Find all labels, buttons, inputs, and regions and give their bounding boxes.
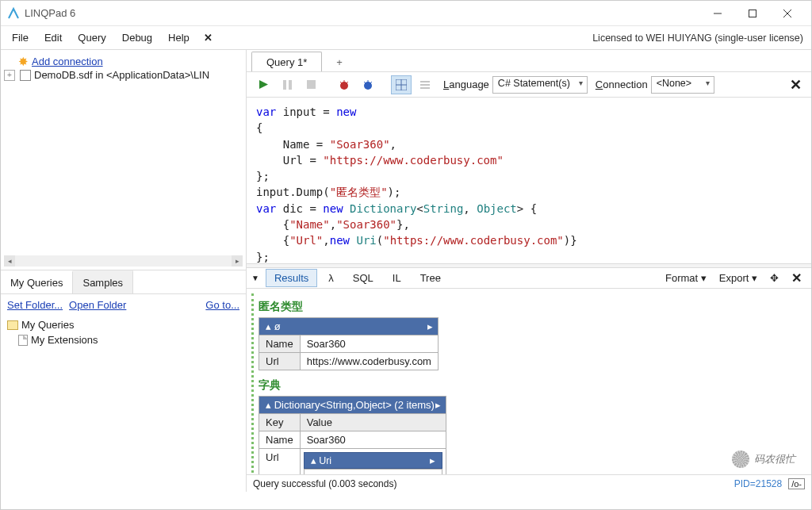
- dump1-table: ▴ ø▸ NameSoar360 Urlhttps://www.coderbus…: [259, 317, 439, 370]
- results-pane[interactable]: 匿名类型 ▴ ø▸ NameSoar360 Urlhttps://www.cod…: [251, 293, 806, 487]
- menu-query[interactable]: Query: [70, 28, 113, 48]
- app-logo-icon: [7, 7, 20, 20]
- grid-view-button[interactable]: [391, 75, 412, 94]
- add-tab-button[interactable]: +: [325, 53, 354, 71]
- results-tabrow: ▼ Results λ SQL IL Tree Format ▾ Export …: [247, 268, 811, 289]
- license-text: Licensed to WEI HUIYANG (single-user lic…: [592, 33, 808, 44]
- query-tabstrip: Query 1* +: [247, 50, 811, 72]
- scroll-right-icon[interactable]: ▸: [232, 255, 243, 267]
- panel-close-icon[interactable]: ✕: [197, 32, 219, 44]
- open-folder-link[interactable]: Open Folder: [69, 299, 126, 311]
- folder-my-queries[interactable]: My Queries: [7, 317, 239, 332]
- menu-help[interactable]: Help: [160, 28, 197, 48]
- database-icon: [20, 70, 31, 81]
- expand-icon[interactable]: ✥: [765, 270, 783, 286]
- language-label: Language: [443, 79, 489, 90]
- menu-edit[interactable]: Edit: [36, 28, 70, 48]
- add-connection-link[interactable]: Add connection: [32, 56, 103, 67]
- query-toolbar: Language C# Statement(s) Connection <Non…: [247, 72, 811, 98]
- dump2-title: 字典: [259, 378, 802, 393]
- svg-line-15: [370, 82, 372, 83]
- svg-rect-6: [289, 80, 292, 90]
- menu-debug[interactable]: Debug: [114, 28, 160, 48]
- add-connection-row[interactable]: ✸ Add connection: [4, 55, 243, 68]
- connections-pane: ✸ Add connection + DemoDB.sdf in <Applic…: [1, 50, 246, 270]
- connection-item[interactable]: + DemoDB.sdf in <ApplicationData>\LIN: [4, 68, 243, 82]
- table-row: NameSoar360: [259, 336, 439, 353]
- scroll-left-icon[interactable]: ◂: [4, 255, 15, 267]
- set-folder-link[interactable]: Set Folder...: [7, 299, 63, 311]
- code-editor[interactable]: var input = new { Name = "Soar360", Url …: [247, 98, 811, 263]
- language-dropdown[interactable]: C# Statement(s): [492, 76, 588, 94]
- collapse-icon[interactable]: ▼: [251, 274, 259, 282]
- svg-rect-1: [749, 10, 756, 17]
- text-view-button[interactable]: [415, 75, 435, 94]
- results-tab[interactable]: Results: [266, 269, 317, 287]
- table-row: NameSoar360: [259, 431, 446, 449]
- optimize-toggle[interactable]: /o-: [788, 478, 805, 489]
- tab-my-queries[interactable]: My Queries: [1, 270, 73, 293]
- close-results-button[interactable]: ✕: [787, 269, 806, 287]
- dump1-title: 匿名类型: [259, 300, 802, 314]
- star-icon: ✸: [18, 56, 29, 67]
- myqueries-tabstrip: My Queries Samples: [1, 270, 246, 294]
- close-query-button[interactable]: ✕: [787, 76, 805, 94]
- file-icon: [18, 335, 28, 346]
- debug-blue-button[interactable]: [358, 75, 378, 94]
- folder-icon: [7, 320, 18, 330]
- svg-line-11: [347, 82, 348, 83]
- table-row: Urlhttps://www.coderbusy.com: [259, 353, 439, 370]
- file-my-extensions[interactable]: My Extensions: [7, 332, 239, 347]
- query-tab-1[interactable]: Query 1*: [251, 52, 322, 71]
- tab-samples[interactable]: Samples: [73, 270, 133, 293]
- pause-button[interactable]: [277, 75, 297, 94]
- tree-tab[interactable]: Tree: [412, 270, 449, 286]
- il-tab[interactable]: IL: [385, 270, 409, 286]
- titlebar: LINQPad 6: [1, 1, 811, 26]
- sql-tab[interactable]: SQL: [345, 270, 381, 286]
- horizontal-scrollbar[interactable]: ◂ ▸: [4, 255, 243, 267]
- export-button[interactable]: Export ▾: [714, 270, 762, 286]
- statusbar: Query successful (0.003 seconds) PID=215…: [247, 474, 811, 492]
- expand-icon[interactable]: +: [4, 70, 15, 81]
- menu-file[interactable]: File: [4, 28, 36, 48]
- svg-marker-4: [259, 80, 268, 89]
- window-title: LINQPad 6: [25, 7, 75, 19]
- debug-red-button[interactable]: [334, 75, 354, 94]
- close-window-button[interactable]: [770, 2, 805, 25]
- lambda-tab[interactable]: λ: [320, 270, 342, 286]
- connection-label: DemoDB.sdf in <ApplicationData>\LIN: [34, 69, 209, 81]
- format-button[interactable]: Format ▾: [661, 270, 711, 286]
- svg-rect-7: [307, 80, 316, 89]
- maximize-button[interactable]: [735, 2, 770, 25]
- svg-line-10: [340, 82, 342, 83]
- status-message: Query successful (0.003 seconds): [253, 478, 396, 489]
- connection-dropdown[interactable]: <None>: [651, 76, 714, 94]
- menubar: File Edit Query Debug Help ✕ Licensed to…: [1, 26, 811, 50]
- dump2-table: ▴ Dictionary<String,Object> (2 items)▸ K…: [259, 396, 446, 487]
- minimize-button[interactable]: [700, 2, 735, 25]
- svg-rect-5: [283, 80, 286, 90]
- goto-link[interactable]: Go to...: [205, 299, 239, 311]
- myqueries-tree: My Queries My Extensions: [1, 316, 246, 349]
- svg-line-14: [364, 82, 366, 83]
- run-button[interactable]: [253, 75, 274, 94]
- pid-label: PID=21528: [734, 478, 782, 489]
- stop-button[interactable]: [301, 75, 321, 94]
- connection-label: Connection: [596, 79, 648, 90]
